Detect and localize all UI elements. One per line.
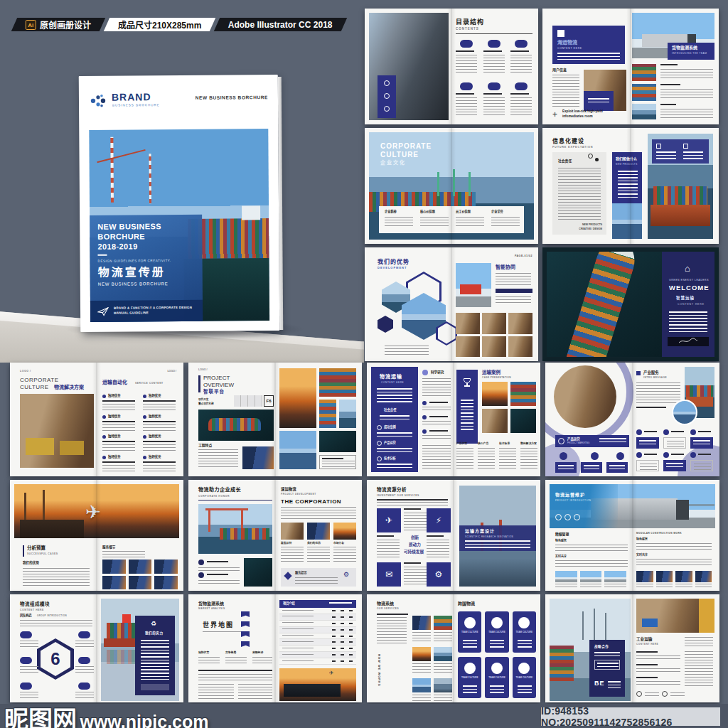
- s2-header-block: 海运物流 CONTENT HERE: [552, 26, 625, 64]
- s5-page-number: PAGE-01/02: [515, 255, 532, 257]
- card-dot-icon: [384, 106, 390, 112]
- s7-title-cn: 物流解决方案: [54, 385, 84, 390]
- cell-value: [332, 616, 336, 618]
- heading-bar: [404, 562, 421, 564]
- s14-subtitle: PRODUCT INTRODUCTION: [555, 500, 592, 503]
- bullet-icon: [198, 572, 204, 578]
- thumb-photo: [412, 616, 431, 630]
- label-original-design: 原创画册设计: [40, 18, 91, 31]
- contents-item: [456, 82, 478, 119]
- spread-industrial-transport: 战略合作 BE 工业运输 CONTENT HERE: [545, 594, 719, 702]
- spread-sea-logistics: 海运物流 CONTENT HERE 用户信息 + Exploit low-ris…: [542, 9, 719, 124]
- s2-promo-text: Exploit low-risk high-yield infomediarie…: [562, 109, 604, 119]
- s9-col4: 整体解决方案: [520, 442, 539, 471]
- cell-value: [332, 648, 336, 649]
- s14-h2: 特色服务: [555, 540, 567, 543]
- table-row: [279, 633, 356, 640]
- s2-right-title-bar: 货物监测系统 INTRODUCING THE TEAM: [668, 43, 714, 60]
- s2-left-title: 海运物流: [557, 40, 577, 46]
- container-ship: [220, 528, 269, 540]
- item-label: 独特优势: [108, 414, 121, 418]
- item-heading-bar: [456, 93, 474, 95]
- heading-bar: [636, 651, 658, 653]
- text-lines: [518, 685, 532, 694]
- text-lines: [685, 637, 713, 647]
- text-lines: [422, 407, 451, 411]
- card-icon: [464, 617, 476, 628]
- photo-warehouse: [482, 409, 508, 433]
- icon-tile-plane: ✈: [377, 508, 401, 532]
- text-lines: [636, 543, 712, 552]
- cover-blue-panel: NEW BUSINESS BORCHURE 2018-2019 DESIGN G…: [90, 215, 203, 322]
- cover-header: BRAND BUSINESS BROCHURE NEW BUSINESS BOR…: [89, 89, 268, 127]
- text-lines: [490, 685, 504, 694]
- caption-lines: [656, 584, 673, 587]
- photo-truck-night: [242, 446, 274, 469]
- text-lines: [404, 567, 427, 585]
- text-lines: [660, 69, 713, 80]
- s2-right-title: 货物监测系统: [672, 46, 697, 50]
- dot-icon: [564, 514, 571, 520]
- text-lines: [198, 449, 238, 469]
- dot-icon: [422, 370, 428, 375]
- icon-tile-gear: ⚙: [427, 562, 451, 587]
- photo-container-stack: [319, 400, 336, 428]
- text-lines: [496, 273, 531, 286]
- text-lines: [636, 559, 712, 567]
- s10-item: [663, 429, 686, 449]
- heading-bar: [102, 421, 135, 423]
- s11-title: 分析预算: [27, 545, 46, 551]
- container-stack: [550, 646, 574, 681]
- title-bar: [23, 545, 24, 557]
- heading-bar: [429, 416, 448, 418]
- pin-icon: [377, 441, 382, 446]
- step-badge: [20, 682, 32, 690]
- s16-col3: 高额经济: [252, 651, 275, 667]
- cover-header-right: NEW BUSINESS BORCHURE: [196, 95, 268, 100]
- s15-subtitle: CONTENT HERE: [20, 609, 44, 611]
- s17-title: 物流系统: [377, 601, 394, 606]
- heading-bar: [671, 431, 684, 433]
- plane-icon: ✈: [385, 515, 392, 525]
- item-dot-icon: [102, 395, 106, 398]
- text-lines: [496, 296, 531, 305]
- spread-welcome: ⌂ GREEN ENERGY LEADERS WELCOME 智慧运输 CONT…: [542, 247, 719, 361]
- text-lines: [102, 551, 145, 557]
- photo-truck-port: [612, 203, 642, 239]
- s13-title: 物流资源分析: [377, 487, 407, 493]
- truck-cab: [676, 500, 689, 520]
- heading-bar: [322, 458, 343, 459]
- text-lines: [377, 432, 412, 437]
- spread-grid-top: 目录结构 CONTENTS: [365, 9, 719, 361]
- photo-highway: [279, 368, 316, 428]
- col-heading: 高额经济: [252, 651, 263, 654]
- s6-sub: CONTENT HERE: [678, 303, 705, 306]
- spread-analysis-budget: ✈ 分析预算 SUCCESSFUL CASES 我们的优势 服务细节: [10, 480, 183, 591]
- thumb-photo: [434, 616, 452, 630]
- s10-bar-title: 产品运营: [567, 437, 580, 441]
- grid-photo: [508, 313, 532, 334]
- s16-col2: 竞争格局: [225, 651, 248, 667]
- s15-right-heading: 我们的实力: [145, 631, 163, 635]
- molecule-icon: [588, 154, 593, 159]
- text-lines: [141, 640, 169, 680]
- s9-left-subtitle: CONTENT HERE: [381, 382, 404, 385]
- s16-big-title: 世界地图: [203, 621, 234, 629]
- photo-port-city: 运输方案设计 SCIENTIFIC RESEARCH INNOVATION: [459, 486, 536, 587]
- text-lines: [102, 444, 135, 451]
- thumb-photo: [434, 647, 452, 661]
- hexagon-ring: 6: [37, 638, 74, 680]
- s8-left-heading: 工程特点: [198, 444, 212, 448]
- s9-item2: 产品运营: [384, 441, 396, 445]
- col-heading: 整体解决方案: [520, 442, 537, 445]
- s3-title-en2: CULTURE: [380, 151, 419, 159]
- text-lines: [75, 692, 94, 699]
- s18-panel-big: BE: [594, 680, 605, 687]
- panel-box: [594, 660, 620, 670]
- s9-right-subtitle: CASE PRESENTATION: [482, 377, 511, 380]
- text-lines: [558, 168, 601, 220]
- cell-value: [332, 629, 336, 631]
- ship-silhouette: [284, 684, 341, 697]
- book-page-edge: [278, 77, 283, 330]
- text-lines: [636, 382, 680, 404]
